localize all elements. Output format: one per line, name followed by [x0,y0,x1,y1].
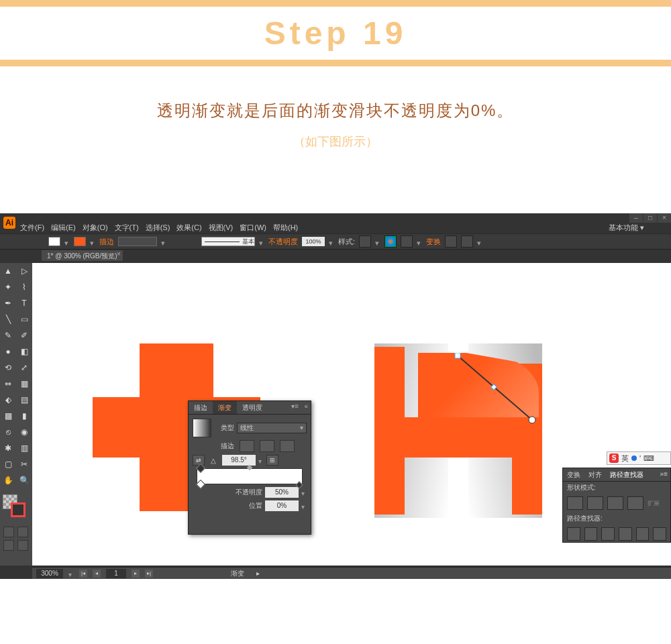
symbol-sprayer-tool[interactable]: ✱ [1,441,15,455]
minus-back-button[interactable] [653,527,666,541]
fill-stroke-indicator[interactable] [3,494,30,521]
tab-close-icon[interactable]: × [117,250,121,258]
nav-last-icon[interactable]: ▸| [145,570,153,578]
menu-edit[interactable]: 编辑(E) [51,223,76,232]
color-mode-none[interactable] [3,540,14,551]
zoom-tool[interactable]: 🔍 [17,473,32,488]
blend-tool[interactable]: ◉ [17,425,32,439]
panel-collapse-icon[interactable]: « [304,402,308,410]
pathfinder-panel[interactable]: 变换 对齐 路径查找器 »≡ 形状模式: 扩展 路径查找器: [562,468,671,543]
trim-button[interactable] [584,527,598,541]
graph-tool[interactable]: ▥ [17,441,32,455]
document-tab[interactable]: 1* @ 300% (RGB/预览) [42,250,123,261]
opacity-value[interactable]: 100% [302,237,325,246]
fill-swatch[interactable] [48,237,60,246]
intersect-button[interactable] [607,496,623,510]
artwork-3d-h-shape[interactable] [374,343,549,518]
lasso-tool[interactable]: ⌇ [17,280,32,294]
menu-effect[interactable]: 效果(C) [176,223,201,232]
stroke-mode-2[interactable] [260,440,274,452]
exclude-button[interactable] [627,496,643,510]
type-select[interactable]: 线性 [237,423,307,433]
menu-type[interactable]: 文字(T) [115,223,139,232]
stroke-mode-1[interactable] [240,440,254,452]
ime-mode[interactable]: 英 [621,453,629,464]
menu-object[interactable]: 对象(O) [83,223,108,232]
pf-tab-transform[interactable]: 变换 [563,468,584,481]
minimize-button[interactable]: – [629,213,643,223]
style-swatch[interactable] [359,235,371,248]
menu-select[interactable]: 选择(S) [146,223,170,232]
pf-tab-pathfinder[interactable]: 路径查找器 [606,468,648,481]
isolate-button[interactable] [445,235,457,248]
ime-punct-icon[interactable]: ' [639,454,641,462]
pencil-tool[interactable]: ✐ [17,328,32,343]
reverse-gradient-icon[interactable]: ⇄ [193,455,205,466]
menu-file[interactable]: 文件(F) [20,223,44,232]
eraser-tool[interactable]: ◧ [17,344,32,359]
screen-mode-button[interactable] [17,540,28,551]
menu-window[interactable]: 窗口(W) [240,223,266,232]
width-tool[interactable]: ⇔ [1,376,15,391]
free-transform-tool[interactable]: ▦ [17,376,32,391]
angle-input[interactable]: 98.5° [222,455,256,466]
mesh-tool[interactable]: ▩ [1,409,15,423]
ime-toolbar[interactable]: S 英 ' ⌨ [607,451,671,465]
color-mode-gradient[interactable] [17,527,28,537]
gradient-tool[interactable]: ▮ [17,409,32,423]
transform-label[interactable]: 变换 [426,237,441,247]
pen-tool[interactable]: ✒ [1,296,15,311]
eyedropper-tool[interactable]: ⎋ [1,425,15,439]
menu-help[interactable]: 帮助(H) [273,223,298,232]
slice-tool[interactable]: ✂ [17,457,32,472]
scale-tool[interactable]: ⤢ [17,360,32,375]
unite-button[interactable] [567,496,583,510]
expand-button[interactable]: 扩展 [648,499,660,508]
merge-button[interactable] [601,527,615,541]
line-tool[interactable]: ╲ [1,312,15,327]
ime-keyboard-icon[interactable]: ⌨ [643,454,654,463]
divide-button[interactable] [567,527,580,541]
pf-menu-icon[interactable]: »≡ [656,468,670,481]
gradient-preview-swatch[interactable] [193,419,211,437]
panel-menu-icon[interactable]: ▾≡ [291,402,299,410]
stop-opacity-input[interactable]: 50% [265,487,299,498]
shape-builder-tool[interactable]: ⬖ [1,392,15,407]
minus-front-button[interactable] [587,496,603,510]
workspace-switcher[interactable]: 基本功能 ▾ [609,223,644,233]
rectangle-tool[interactable]: ▭ [17,312,32,327]
stroke-weight-field[interactable] [118,237,157,246]
status-mode[interactable]: 渐变 [231,569,244,578]
tab-gradient[interactable]: 渐变 [213,401,237,414]
brush-definition[interactable]: 基本 [201,237,255,246]
nav-first-icon[interactable]: |◂ [79,570,87,578]
tab-stroke[interactable]: 描边 [189,401,213,414]
stroke-swatch[interactable] [74,237,86,246]
maximize-button[interactable]: □ [643,213,657,223]
tab-transparency[interactable]: 透明度 [237,401,268,414]
edit-button[interactable] [461,235,473,248]
type-tool[interactable]: T [17,296,32,311]
color-mode-normal[interactable] [3,527,14,537]
perspective-tool[interactable]: ▤ [17,392,32,407]
magic-wand-tool[interactable]: ✦ [1,280,15,294]
nav-prev-icon[interactable]: ◂ [93,570,101,578]
aspect-ratio-icon[interactable]: ⊞ [266,455,278,466]
direct-selection-tool[interactable]: ▷ [17,264,32,278]
stop-position-input[interactable]: 0% [265,500,299,511]
pf-tab-align[interactable]: 对齐 [584,468,606,481]
hand-tool[interactable]: ✋ [1,473,15,488]
close-button[interactable]: × [658,213,671,223]
selection-tool[interactable]: ▲ [1,264,15,278]
align-button[interactable] [401,235,413,248]
canvas[interactable]: ▾≡ « 描边 渐变 透明度 类型 线性 描边 [32,263,671,566]
nav-next-icon[interactable]: ▸ [132,570,140,578]
artboard-number[interactable]: 1 [106,569,126,578]
blob-brush-tool[interactable]: ● [1,344,15,359]
zoom-level[interactable]: 300% [36,569,63,578]
rotate-tool[interactable]: ⟲ [1,360,15,375]
paintbrush-tool[interactable]: ✎ [1,328,15,343]
menu-view[interactable]: 视图(V) [209,223,234,232]
crop-button[interactable] [619,527,632,541]
outline-button[interactable] [636,527,650,541]
